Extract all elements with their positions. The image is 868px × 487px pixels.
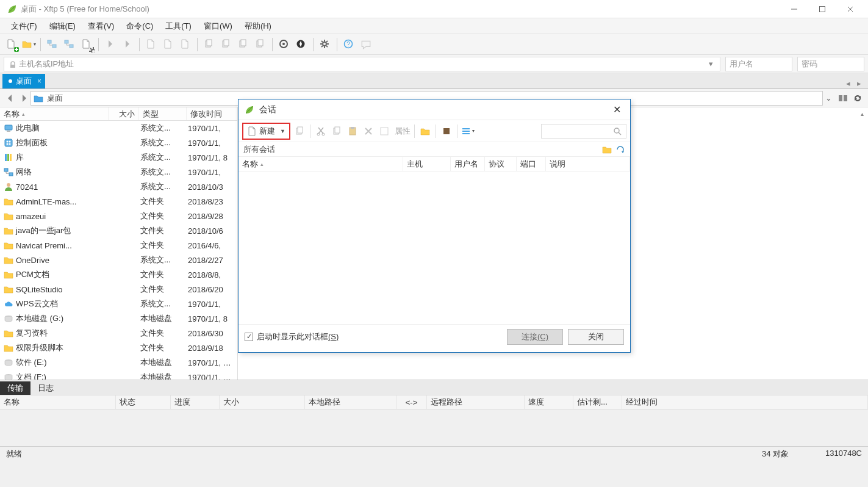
file-row[interactable]: 网络系统文...1970/1/1, [0, 165, 237, 179]
xcol-size[interactable]: 大小 [220, 395, 305, 409]
menu-tools[interactable]: 工具(T) [159, 19, 198, 34]
svg-rect-43 [462, 131, 470, 132]
session-list[interactable] [239, 171, 630, 324]
password-input[interactable]: 密码 [797, 57, 864, 71]
startup-checkbox[interactable]: ✓ [245, 333, 253, 341]
file-row[interactable]: 文档 (F:)本地磁盘1970/1/1, 8:00 [0, 370, 237, 380]
scol-proto[interactable]: 协议 [485, 157, 517, 171]
refresh-icon[interactable] [851, 92, 864, 105]
file-row[interactable]: AdminLTE-mas...文件夹2018/8/23 [0, 194, 237, 209]
crumb-refresh-icon[interactable] [615, 145, 625, 154]
file-row[interactable]: 复习资料文件夹2018/6/30 [0, 326, 237, 341]
nav-forward-button[interactable] [17, 92, 30, 105]
file-row[interactable]: 控制面板系统文...1970/1/1, [0, 135, 237, 150]
file-name: SQLiteStudio [16, 285, 63, 294]
scroll-up-icon[interactable]: ▴ [857, 109, 867, 118]
menu-edit[interactable]: 编辑(E) [43, 19, 82, 34]
connect-icon[interactable] [45, 37, 60, 52]
file-row[interactable]: amazeui文件夹2018/9/28 [0, 209, 237, 223]
file-mtime: 2018/9/28 [185, 212, 235, 221]
scol-desc[interactable]: 说明 [546, 157, 630, 171]
compass-icon[interactable] [293, 37, 309, 52]
xcol-eta[interactable]: 估计剩... [573, 395, 622, 409]
menu-file[interactable]: 文件(F) [5, 19, 43, 34]
menu-command[interactable]: 命令(C) [120, 19, 159, 34]
file-row[interactable]: 此电脑系统文...1970/1/1, [0, 121, 237, 135]
file-list[interactable]: 此电脑系统文...1970/1/1,控制面板系统文...1970/1/1,库系统… [0, 121, 237, 380]
file-row[interactable]: 库系统文...1970/1/1, 8 [0, 150, 237, 165]
file-type: 文件夹 [138, 269, 185, 280]
connect-button[interactable]: 连接(C) [507, 329, 563, 345]
file-row[interactable]: 软件 (E:)本地磁盘1970/1/1, 8:00 [0, 355, 237, 370]
tab-close-icon[interactable]: × [37, 77, 41, 85]
crumb-text[interactable]: 所有会话 [243, 144, 275, 155]
settings-icon[interactable] [317, 37, 333, 52]
file-icon [4, 211, 13, 221]
swirl-icon[interactable] [276, 37, 292, 52]
menu-window[interactable]: 窗口(W) [198, 19, 239, 34]
scol-host[interactable]: 主机 [403, 157, 451, 171]
xcol-remote[interactable]: 远程路径 [427, 395, 525, 409]
tab-desktop[interactable]: 桌面 × [2, 74, 45, 88]
dialog-search-input[interactable] [541, 124, 626, 139]
transfer-list[interactable] [0, 409, 868, 446]
file-icon [4, 328, 13, 338]
file-row[interactable]: 本地磁盘 (G:)本地磁盘1970/1/1, 8 [0, 311, 237, 326]
toolbar-icon-4 [160, 37, 176, 52]
file-row[interactable]: Navicat Premi...文件夹2016/4/6, [0, 238, 237, 253]
tab-transfer[interactable]: 传输 [0, 381, 30, 395]
xcol-progress[interactable]: 进度 [171, 395, 220, 409]
file-name: OneDrive [16, 256, 49, 265]
minimize-button[interactable] [780, 0, 808, 18]
host-dropdown-icon[interactable]: ▾ [705, 59, 716, 68]
file-row[interactable]: SQLiteStudio文件夹2018/6/20 [0, 282, 237, 297]
xcol-speed[interactable]: 速度 [525, 395, 573, 409]
sync-view-icon[interactable] [836, 92, 850, 105]
tabs-next-icon[interactable]: ▸ [853, 78, 864, 88]
file-row[interactable]: 权限升级脚本文件夹2018/9/18 [0, 341, 237, 355]
scol-port[interactable]: 端口 [517, 157, 546, 171]
crumb-folder-icon[interactable] [602, 145, 612, 154]
open-folder-icon[interactable] [418, 124, 432, 138]
menu-help[interactable]: 帮助(H) [239, 19, 278, 34]
col-type[interactable]: 类型 [139, 107, 187, 120]
scol-user[interactable]: 用户名 [451, 157, 485, 171]
disconnect-icon[interactable] [62, 37, 77, 52]
session-props-icon[interactable] [79, 37, 95, 52]
tabs-prev-icon[interactable]: ◂ [842, 78, 853, 88]
dialog-titlebar[interactable]: 会话 ✕ [239, 99, 630, 120]
dialog-close-icon[interactable]: ✕ [609, 104, 624, 115]
open-folder-icon[interactable]: ▾ [21, 37, 37, 52]
xcol-status[interactable]: 状态 [116, 395, 171, 409]
tab-log[interactable]: 日志 [30, 381, 61, 395]
col-size[interactable]: 大小 [109, 107, 139, 120]
file-row[interactable]: PCM文档文件夹2018/8/8, [0, 267, 237, 282]
view-mode-icon[interactable]: ▾ [461, 124, 475, 138]
close-button[interactable] [836, 0, 864, 18]
help-icon[interactable] [341, 37, 357, 52]
xcol-local[interactable]: 本地路径 [305, 395, 396, 409]
col-mtime[interactable]: 修改时间 [187, 107, 237, 120]
nav-back-button[interactable] [4, 92, 17, 105]
file-row[interactable]: OneDrive系统文...2018/2/27 [0, 253, 237, 267]
new-session-button[interactable]: 新建 ▼ [242, 123, 290, 140]
startup-label[interactable]: 启动时显示此对话框(S) [257, 331, 339, 342]
host-input[interactable]: 主机名或IP地址 ▾ [4, 57, 720, 71]
file-row[interactable]: 70241系统文...2018/10/3 [0, 179, 237, 194]
path-dropdown-icon[interactable]: ⌄ [823, 93, 834, 103]
col-name[interactable]: 名称▴ [0, 107, 109, 120]
new-dropdown-icon[interactable]: ▼ [280, 128, 285, 134]
new-session-icon[interactable] [4, 37, 20, 52]
address-bar: 主机名或IP地址 ▾ 用户名 密码 [0, 55, 868, 73]
file-row[interactable]: WPS云文档系统文...1970/1/1, [0, 297, 237, 311]
file-type: 文件夹 [138, 240, 185, 251]
menu-view[interactable]: 查看(V) [82, 19, 120, 34]
maximize-button[interactable] [808, 0, 836, 18]
file-row[interactable]: java的一些jar包文件夹2018/10/6 [0, 223, 237, 238]
xcol-name[interactable]: 名称 [0, 395, 116, 409]
close-dialog-button[interactable]: 关闭 [568, 329, 624, 345]
import-icon[interactable] [440, 124, 453, 138]
username-input[interactable]: 用户名 [725, 57, 792, 71]
scol-name[interactable]: 名称▴ [239, 157, 403, 171]
xcol-elapsed[interactable]: 经过时间 [622, 395, 868, 409]
